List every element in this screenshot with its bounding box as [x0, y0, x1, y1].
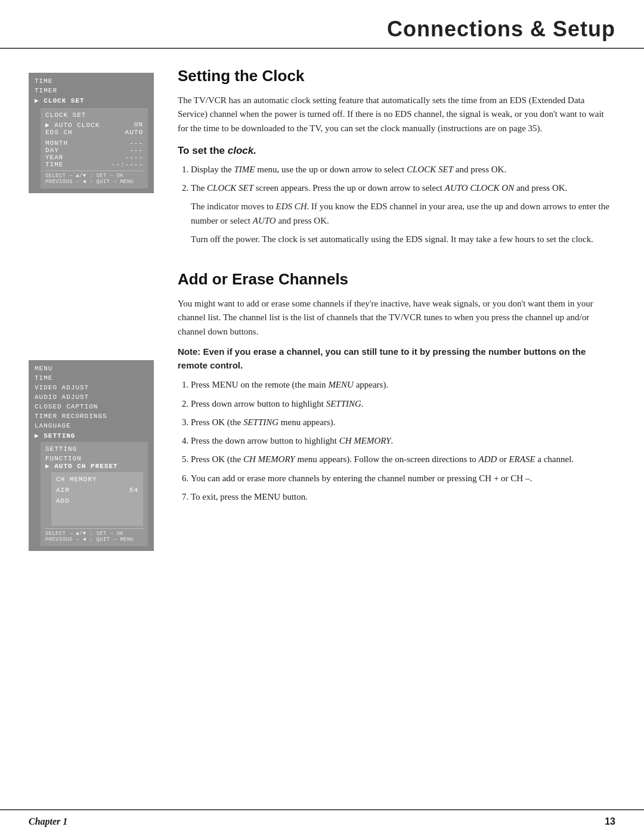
language: LANGUAGE	[35, 422, 148, 429]
section1-intro: The TV/VCR has an automatic clock settin…	[178, 94, 615, 135]
page-header: Connections & Setup	[0, 0, 644, 49]
add-label: ADD	[56, 497, 138, 504]
channel-step-5: Press OK (the CH MEMORY menu appears). F…	[191, 453, 615, 466]
header-title: Connections & Setup	[29, 17, 615, 42]
clock-screen-container: TIME TIMER ▶ CLOCK SET CLOCK SET ▶ AUTO …	[29, 73, 160, 193]
ch-time-label: TIME	[35, 374, 148, 382]
section2-body: You might want to add or erase some chan…	[178, 297, 615, 504]
channel-step-7: To exit, press the MENU button.	[191, 490, 615, 504]
clock-steps-list: Display the TIME menu, use the up or dow…	[178, 163, 615, 196]
subsection-set-clock: To set the clock.	[178, 145, 615, 157]
clock-step-1: Display the TIME menu, use the up or dow…	[191, 163, 615, 176]
setting-inner-title: SETTING	[45, 445, 143, 453]
page-footer: Chapter 1 13	[0, 809, 644, 833]
channel-step-6: You can add or erase more channels by en…	[191, 472, 615, 485]
time-row: TIME --:----	[45, 161, 143, 168]
audio-adjust: AUDIO ADJUST	[35, 394, 148, 401]
clock-step-4-para: Turn off the power. The clock is set aut…	[191, 233, 615, 246]
ch-memory-label: CH MEMORY	[56, 476, 138, 483]
eds-ch-row: EDS CH AUTO	[45, 129, 143, 136]
main-content: TIME TIMER ▶ CLOCK SET CLOCK SET ▶ AUTO …	[0, 49, 644, 569]
clock-step-3-para: The indicator moves to EDS CH. If you kn…	[191, 200, 615, 228]
year-row: YEAR ----	[45, 154, 143, 161]
section1-body: The TV/VCR has an automatic clock settin…	[178, 94, 615, 246]
day-row: DAY ---	[45, 147, 143, 154]
timer-label: TIMER	[35, 87, 148, 94]
section2-title: Add or Erase Channels	[178, 270, 615, 289]
channel-steps-list: Press MENU on the remote (the main MENU …	[178, 378, 615, 504]
air-row: AIR 54	[56, 487, 138, 494]
channel-step-2: Press down arrow button to highlight SET…	[191, 397, 615, 411]
section2-note: Note: Even if you erase a channel, you c…	[178, 345, 615, 373]
menu-label: MENU	[35, 365, 148, 372]
section-setting-clock: Setting the Clock The TV/VCR has an auto…	[178, 67, 615, 246]
clock-set-inner-title: CLOCK SET	[45, 112, 143, 119]
clock-set-label: ▶ CLOCK SET	[35, 97, 148, 104]
footer-chapter: Chapter 1	[29, 816, 67, 827]
channel-step-1: Press MENU on the remote (the main MENU …	[191, 378, 615, 392]
time-label: TIME	[35, 78, 148, 85]
section-add-erase-channels: Add or Erase Channels You might want to …	[178, 270, 615, 504]
right-column: Setting the Clock The TV/VCR has an auto…	[178, 67, 615, 569]
auto-clock-row: ▶ AUTO CLOCK ON	[45, 121, 143, 129]
video-adjust: VIDEO ADJUST	[35, 384, 148, 391]
closed-caption: CLOSED CAPTION	[35, 403, 148, 410]
channel-screen-container: MENU TIME VIDEO ADJUST AUDIO ADJUST CLOS…	[29, 360, 160, 551]
clock-step-2: The CLOCK SET screen appears. Press the …	[191, 181, 615, 195]
channel-bottom-bar: SELECT → ▲/▼ : SET → OK PREVIOUS → ◄ : Q…	[45, 528, 143, 543]
footer-page: 13	[605, 816, 615, 827]
auto-ch-preset: ▶ AUTO CH PRESET	[45, 462, 143, 470]
clock-bottom-bar: SELECT → ▲/▼ : SET → OK PREVIOUS → ◄ : Q…	[45, 171, 143, 185]
setting-label: ▶ SETTING	[35, 432, 148, 439]
left-column: TIME TIMER ▶ CLOCK SET CLOCK SET ▶ AUTO …	[29, 67, 160, 569]
function-label: FUNCTION	[45, 455, 143, 462]
section2-intro: You might want to add or erase some chan…	[178, 297, 615, 339]
channel-step-4: Press the down arrow button to highlight…	[191, 434, 615, 448]
channel-step-3: Press OK (the SETTING menu appears).	[191, 416, 615, 429]
section1-title: Setting the Clock	[178, 67, 615, 85]
timer-recordings: TIMER RECORDINGS	[35, 413, 148, 420]
month-row: MONTH ---	[45, 140, 143, 147]
